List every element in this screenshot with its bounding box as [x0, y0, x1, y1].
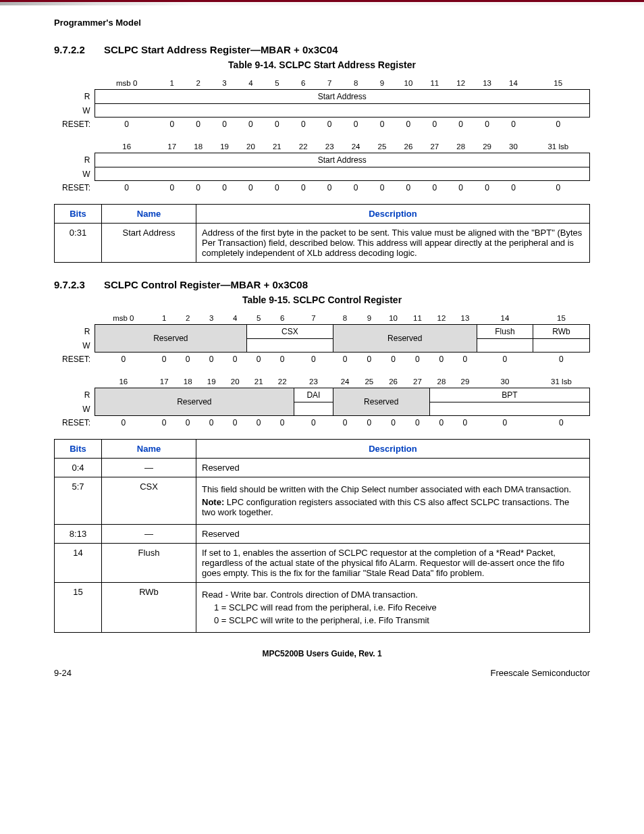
page-top-bar	[0, 0, 644, 5]
description-table-1: Bits Name Description 0:31 Start Address…	[54, 204, 590, 263]
section-number: 9.7.2.3	[54, 279, 85, 290]
section-heading: 9.7.2.2 SCLPC Start Address Register—MBA…	[54, 44, 590, 55]
reset-row-hi: RESET: 0000 0000 0000 0000	[54, 353, 590, 367]
reset-row-lo: RESET: 0000 0000 0000 0000	[54, 181, 590, 195]
th-name: Name	[102, 205, 196, 224]
note-label: Note:	[202, 497, 224, 507]
desc-text: This field should be written with the Ch…	[202, 484, 584, 494]
page-number: 9-24	[54, 668, 72, 678]
r-row-lo: R Start Address	[54, 153, 590, 167]
desc-line: 1 = SCLPC will read from the peripheral,…	[202, 602, 584, 613]
desc-note: Note: LPC configuration registers associ…	[202, 497, 584, 517]
w-row-hi: W	[54, 104, 590, 118]
table-row: 8:13 — Reserved	[55, 525, 590, 544]
bit-numbers-hi: msb 0123 4567 891011 12131415	[54, 312, 590, 325]
table-caption: Table 9-14. SCLPC Start Address Register	[54, 59, 590, 70]
table-row: 0:4 — Reserved	[55, 459, 590, 477]
r-row-hi: R Reserved CSX Reserved Flush RWb	[54, 325, 590, 339]
bitfield-diagram-1: msb 0123 4567 891011 12131415 R Start Ad…	[54, 77, 590, 194]
table-row: 14 Flush If set to 1, enables the assert…	[55, 544, 590, 583]
section-title: SCLPC Start Address Register—MBAR + 0x3C…	[104, 44, 338, 55]
table-row: 5:7 CSX This field should be written wit…	[55, 477, 590, 525]
running-head: Programmer's Model	[54, 18, 590, 28]
reset-row-lo: RESET: 0000 0000 0000 0000	[54, 416, 590, 430]
r-row-lo: R Reserved DAI Reserved BPT	[54, 388, 590, 402]
table-row: 0:31 Start Address Address of the first …	[55, 224, 590, 263]
bit-numbers-lo: 16171819 20212223 24252627 28293031 lsb	[54, 140, 590, 153]
section-number: 9.7.2.2	[54, 44, 85, 55]
bit-numbers-lo: 16171819 20212223 24252627 28293031 lsb	[54, 375, 590, 388]
reset-row-hi: RESET: 0000 0000 0000 0000	[54, 118, 590, 132]
bit-numbers-hi: msb 0123 4567 891011 12131415	[54, 77, 590, 90]
bitfield-diagram-2: msb 0123 4567 891011 12131415 R Reserved…	[54, 312, 590, 429]
th-desc: Description	[196, 205, 590, 224]
section-heading: 9.7.2.3 SCLPC Control Register—MBAR + 0x…	[54, 279, 590, 290]
th-name: Name	[102, 440, 196, 459]
description-table-2: Bits Name Description 0:4 — Reserved 5:7…	[54, 439, 590, 633]
th-bits: Bits	[55, 440, 102, 459]
desc-text: Read - Write bar. Controls direction of …	[202, 590, 584, 600]
desc-line: 0 = SCLPC will write to the peripheral, …	[202, 615, 584, 625]
table-caption: Table 9-15. SCLPC Control Register	[54, 294, 590, 305]
footer-center: MPC5200B Users Guide, Rev. 1	[54, 649, 590, 658]
footer-row: 9-24 Freescale Semiconductor	[54, 668, 590, 692]
w-row-lo: W	[54, 167, 590, 181]
section-title: SCLPC Control Register—MBAR + 0x3C08	[104, 279, 308, 290]
note-text: LPC configuration registers associated w…	[202, 497, 569, 517]
th-bits: Bits	[55, 205, 102, 224]
footer-right: Freescale Semiconductor	[491, 668, 590, 678]
r-row-hi: R Start Address	[54, 90, 590, 104]
th-desc: Description	[196, 440, 590, 459]
table-row: 15 RWb Read - Write bar. Controls direct…	[55, 583, 590, 633]
